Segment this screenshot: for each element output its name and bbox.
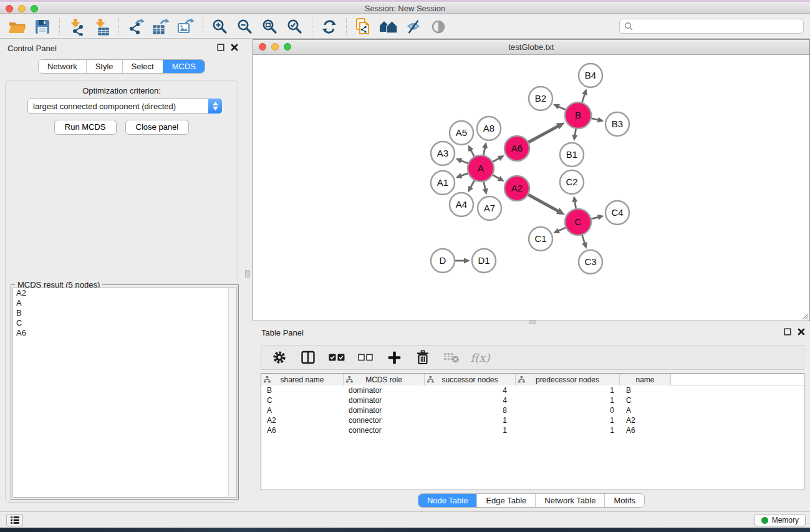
table-cell[interactable]: 0 bbox=[516, 406, 620, 415]
mcds-result-item[interactable]: A6 bbox=[13, 328, 228, 338]
show-column-icon[interactable] bbox=[300, 349, 316, 365]
arrowhead-icon bbox=[482, 142, 488, 149]
show-home-networks-icon[interactable] bbox=[376, 16, 401, 37]
export-network-icon[interactable] bbox=[123, 16, 148, 37]
table-cell[interactable]: 4 bbox=[425, 386, 516, 395]
zoom-in-icon[interactable] bbox=[208, 16, 233, 37]
duplicate-network-icon[interactable] bbox=[351, 16, 376, 37]
table-cell[interactable]: 1 bbox=[425, 416, 516, 425]
unselect-all-columns-icon[interactable] bbox=[357, 349, 374, 365]
table-cell[interactable]: connector bbox=[344, 416, 425, 425]
table-cell[interactable]: B bbox=[261, 386, 344, 395]
table-options-gear-icon[interactable] bbox=[271, 349, 287, 365]
birdseye-view-icon[interactable] bbox=[426, 16, 451, 37]
memory-button[interactable]: Memory bbox=[755, 514, 806, 526]
search-field[interactable] bbox=[619, 19, 804, 34]
window-resize-grip[interactable] bbox=[800, 311, 809, 320]
table-cell[interactable]: dominator bbox=[344, 396, 425, 405]
tab-node-table[interactable]: Node Table bbox=[418, 494, 477, 507]
float-panel-icon[interactable] bbox=[217, 44, 224, 51]
import-network-icon[interactable] bbox=[64, 16, 89, 37]
column-header-predecessor-nodes[interactable]: predecessor nodes bbox=[516, 374, 620, 385]
table-cell[interactable]: 1 bbox=[516, 396, 620, 405]
edge-A2-C[interactable] bbox=[527, 194, 559, 211]
mcds-list-scrollbar[interactable] bbox=[228, 288, 237, 498]
select-all-columns-icon[interactable] bbox=[329, 349, 345, 365]
export-table-icon[interactable] bbox=[148, 16, 173, 37]
table-cell[interactable]: dominator bbox=[344, 386, 425, 395]
table-row[interactable]: Cdominator41C bbox=[261, 395, 804, 405]
float-table-panel-icon[interactable] bbox=[784, 328, 791, 336]
horizontal-splitter-grip[interactable] bbox=[529, 320, 536, 324]
table-cell[interactable]: 1 bbox=[516, 386, 620, 395]
column-header-name[interactable]: name bbox=[620, 374, 671, 385]
tab-network[interactable]: Network bbox=[39, 60, 86, 73]
mcds-result-item[interactable]: C bbox=[13, 318, 228, 328]
search-input[interactable] bbox=[633, 21, 799, 31]
close-table-panel-icon[interactable] bbox=[798, 328, 805, 336]
node-table: shared name MCDS role bbox=[261, 373, 804, 490]
search-icon bbox=[624, 22, 633, 31]
graph-node-label: A1 bbox=[437, 177, 448, 188]
graph-node-label: B4 bbox=[585, 70, 596, 80]
criterion-dropdown[interactable]: largest connected component (directed) bbox=[27, 99, 222, 114]
splitter-grip[interactable] bbox=[245, 270, 250, 278]
column-header-mcds-role[interactable]: MCDS role bbox=[344, 374, 425, 385]
table-cell[interactable]: connector bbox=[344, 426, 425, 435]
table-cell[interactable]: dominator bbox=[344, 406, 425, 415]
network-window-titlebar[interactable]: testGlobe.txt bbox=[253, 40, 809, 55]
table-cell[interactable]: 8 bbox=[425, 406, 516, 415]
tab-edge-table[interactable]: Edge Table bbox=[476, 494, 535, 507]
tab-select[interactable]: Select bbox=[122, 60, 163, 73]
table-cell[interactable]: A6 bbox=[620, 426, 671, 435]
zoom-out-icon[interactable] bbox=[233, 16, 258, 37]
mcds-result-list[interactable]: A2ABCA6 bbox=[12, 288, 228, 498]
network-canvas[interactable]: B4B2BB3A8A5A6A3B1AA1C2A2A4A7C4CC1C3DD1 bbox=[253, 55, 809, 321]
vertical-splitter[interactable] bbox=[243, 39, 253, 511]
table-row[interactable]: Bdominator41B bbox=[261, 385, 804, 395]
import-table-icon[interactable] bbox=[89, 16, 114, 37]
zoom-selected-icon[interactable] bbox=[282, 16, 307, 37]
table-cell[interactable]: A2 bbox=[261, 416, 344, 425]
column-header-successor-nodes[interactable]: successor nodes bbox=[425, 374, 516, 385]
export-image-icon[interactable] bbox=[173, 16, 198, 37]
run-mcds-button[interactable]: Run MCDS bbox=[54, 120, 117, 135]
open-session-icon[interactable] bbox=[5, 16, 30, 37]
edge-A6-B[interactable] bbox=[527, 126, 559, 143]
arrowhead-icon bbox=[464, 258, 470, 264]
table-cell[interactable]: C bbox=[620, 396, 671, 405]
mcds-result-item[interactable]: B bbox=[13, 308, 228, 318]
apply-layout-refresh-icon[interactable] bbox=[317, 16, 342, 37]
table-cell[interactable]: A bbox=[620, 406, 671, 415]
table-cell[interactable]: A bbox=[261, 406, 344, 415]
table-cell[interactable]: A2 bbox=[620, 416, 671, 425]
table-cell[interactable]: 1 bbox=[516, 426, 620, 435]
show-task-history-button[interactable] bbox=[6, 514, 23, 526]
tab-style[interactable]: Style bbox=[86, 60, 122, 73]
table-row[interactable]: A2connector11A2 bbox=[261, 415, 804, 425]
tab-mcds[interactable]: MCDS bbox=[163, 60, 205, 73]
mcds-result-item[interactable]: A bbox=[13, 298, 228, 308]
table-row[interactable]: A6connector11A6 bbox=[261, 425, 804, 435]
close-panel-button[interactable]: Close panel bbox=[125, 120, 190, 135]
mcds-result-item[interactable]: A2 bbox=[13, 288, 228, 298]
hide-graphics-details-icon[interactable] bbox=[401, 16, 426, 37]
table-cell[interactable]: C bbox=[261, 396, 344, 405]
save-session-icon[interactable] bbox=[30, 16, 55, 37]
table-cell[interactable]: 4 bbox=[425, 396, 516, 405]
column-type-icon bbox=[346, 376, 353, 383]
column-header-shared-name[interactable]: shared name bbox=[261, 374, 344, 385]
table-cell[interactable]: B bbox=[620, 386, 671, 395]
tab-network-table[interactable]: Network Table bbox=[535, 494, 604, 507]
zoom-fit-icon[interactable] bbox=[258, 16, 282, 37]
table-row[interactable]: Adominator80A bbox=[261, 405, 804, 415]
close-panel-icon[interactable] bbox=[231, 44, 238, 51]
table-cell[interactable]: 1 bbox=[516, 416, 620, 425]
arrowhead-icon bbox=[572, 135, 578, 142]
delete-column-icon[interactable] bbox=[415, 349, 431, 365]
table-cell[interactable]: A6 bbox=[261, 426, 344, 435]
table-cell[interactable]: 1 bbox=[425, 426, 516, 435]
add-column-icon[interactable] bbox=[386, 349, 402, 365]
column-type-icon bbox=[427, 376, 434, 383]
tab-motifs[interactable]: Motifs bbox=[604, 494, 644, 507]
